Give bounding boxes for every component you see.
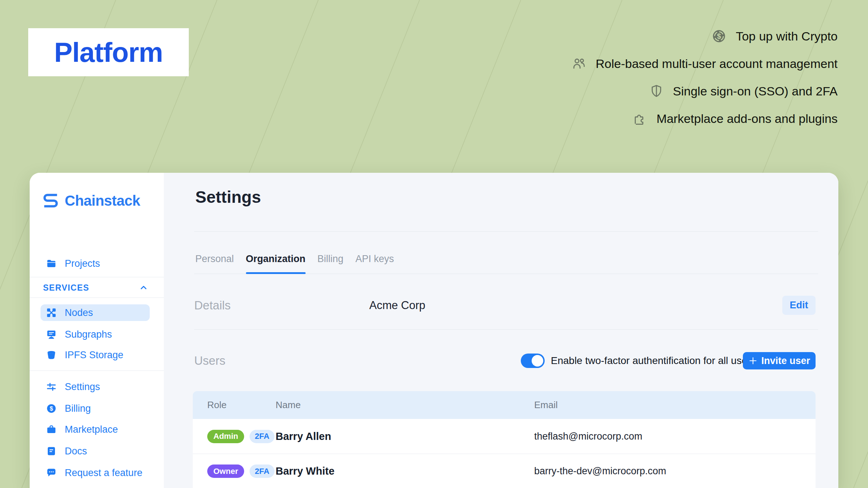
user-name: Barry Allen: [276, 431, 534, 442]
sidebar-item-marketplace[interactable]: Marketplace: [46, 421, 118, 438]
divider: [194, 231, 818, 232]
toggle-knob: [532, 355, 543, 367]
sidebar-item-label: Docs: [65, 446, 87, 457]
hero-feature: $ Top up with Crypto: [572, 22, 838, 50]
invite-user-button[interactable]: Invite user: [743, 352, 816, 369]
user-name: Barry White: [276, 465, 534, 477]
sidebar-item-subgraphs[interactable]: Subgraphs: [46, 326, 112, 343]
details-section: Details Acme Corp Edit: [164, 296, 838, 315]
tab-billing[interactable]: Billing: [318, 244, 344, 274]
role-badge: Admin: [207, 430, 244, 443]
two-factor-badge: 2FA: [250, 430, 274, 443]
chainstack-logo[interactable]: Chainstack: [42, 192, 140, 210]
page: Platform $ Top up with Crypto Role-based…: [0, 0, 868, 488]
platform-logo: Platform: [28, 28, 189, 76]
sidebar-item-label: Request a feature: [65, 467, 142, 479]
hero-feature-list: $ Top up with Crypto Role-based multi-us…: [572, 22, 838, 132]
sidebar-item-label: Settings: [65, 381, 100, 393]
chainstack-logo-text: Chainstack: [65, 193, 140, 209]
users-table: Role Name Email Admin 2FA Barry Allen th…: [193, 391, 816, 488]
sidebar-item-ipfs-storage[interactable]: IPFS Storage: [46, 347, 123, 363]
user-email: theflash@microcorp.com: [534, 431, 816, 442]
organization-name: Acme Corp: [369, 299, 425, 312]
platform-wordmark: Platform: [54, 37, 163, 68]
chevron-up-icon: [139, 283, 148, 292]
two-factor-badge: 2FA: [250, 465, 274, 478]
hero-feature: Marketplace add-ons and plugins: [572, 105, 838, 132]
hero-feature-label: Marketplace add-ons and plugins: [656, 112, 838, 126]
sidebar-services-header[interactable]: SERVICES: [43, 281, 148, 294]
details-section-label: Details: [194, 299, 231, 312]
sidebar-item-label: Nodes: [65, 307, 93, 318]
folder-icon: [46, 258, 57, 269]
chainstack-logo-icon: [42, 192, 60, 210]
sidebar-item-docs[interactable]: Docs: [46, 443, 87, 459]
users-section-header: Users Enable two-factor authentification…: [164, 352, 838, 369]
table-row: Owner 2FA Barry White barry-the-dev@micr…: [193, 454, 816, 488]
tab-personal[interactable]: Personal: [195, 244, 234, 274]
users-section-label: Users: [194, 354, 225, 368]
column-header-role: Role: [193, 399, 276, 411]
shield-icon: [649, 84, 664, 98]
divider: [194, 329, 818, 330]
sidebar-divider: [30, 277, 164, 277]
user-email: barry-the-dev@microcorp.com: [534, 466, 816, 477]
tab-organization[interactable]: Organization: [246, 244, 306, 274]
nodes-icon: [46, 307, 57, 318]
bucket-icon: [46, 350, 57, 360]
chat-bubble-icon: [46, 467, 57, 478]
puzzle-icon: [633, 111, 647, 126]
column-header-name: Name: [276, 399, 534, 411]
sidebar-item-nodes[interactable]: Nodes: [46, 304, 93, 321]
hero-feature-label: Top up with Crypto: [736, 29, 838, 43]
invite-user-label: Invite user: [761, 355, 810, 367]
table-row: Admin 2FA Barry Allen theflash@microcorp…: [193, 419, 816, 454]
sidebar-item-label: Marketplace: [65, 424, 118, 435]
svg-text:$: $: [717, 32, 721, 40]
column-header-email: Email: [534, 399, 816, 411]
page-title: Settings: [195, 187, 261, 207]
sidebar-item-label: IPFS Storage: [65, 350, 123, 361]
usd-coin-icon: $: [712, 29, 726, 43]
docs-icon: [46, 446, 57, 457]
sidebar-item-settings[interactable]: Settings: [46, 378, 100, 395]
sidebar-item-label: Projects: [65, 258, 100, 269]
dollar-icon: $: [46, 403, 57, 414]
edit-button[interactable]: Edit: [782, 296, 816, 315]
sidebar-item-billing[interactable]: $ Billing: [46, 400, 91, 417]
role-badge: Owner: [207, 465, 244, 478]
sidebar-item-label: Subgraphs: [65, 329, 112, 340]
settings-panel: Settings Personal Organization Billing A…: [164, 173, 838, 488]
plus-icon: [748, 356, 758, 365]
sidebar-item-projects[interactable]: Projects: [46, 255, 100, 272]
sidebar-item-label: Billing: [65, 403, 91, 414]
subgraph-icon: [46, 329, 57, 340]
users-table-header: Role Name Email: [193, 391, 816, 419]
sidebar-divider: [30, 371, 164, 371]
hero-feature-label: Role-based multi-user account management: [596, 57, 838, 71]
sidebar-item-request-feature[interactable]: Request a feature: [46, 465, 142, 481]
hero-feature: Role-based multi-user account management: [572, 50, 838, 77]
tab-api-keys[interactable]: API keys: [356, 244, 394, 274]
two-factor-toggle[interactable]: [521, 354, 545, 368]
settings-tabs: Personal Organization Billing API keys: [194, 244, 818, 274]
sliders-icon: [46, 381, 57, 392]
sidebar-divider: [30, 297, 164, 298]
briefcase-icon: [46, 424, 57, 435]
two-factor-toggle-label: Enable two-factor authentification for a…: [551, 355, 756, 367]
sidebar: Chainstack Projects SERVICES: [30, 173, 164, 488]
svg-text:$: $: [50, 405, 53, 412]
app-card: Chainstack Projects SERVICES: [30, 173, 838, 488]
hero-feature-label: Single sign-on (SSO) and 2FA: [673, 84, 838, 98]
users-icon: [572, 56, 586, 71]
hero-feature: Single sign-on (SSO) and 2FA: [572, 77, 838, 105]
services-label: SERVICES: [43, 283, 89, 293]
